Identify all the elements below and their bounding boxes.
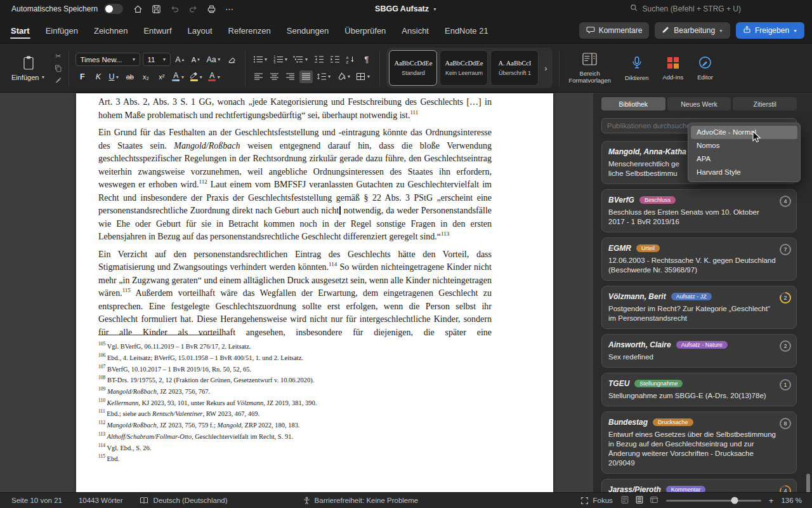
multilevel-list-button[interactable]: ▼	[292, 53, 310, 66]
ribbon-tab-sendungen[interactable]: Sendungen	[286, 20, 330, 42]
more-icon[interactable]: ⋯	[225, 4, 233, 14]
clear-formatting-button[interactable]	[225, 53, 239, 66]
style-standard[interactable]: AaBbCcDdEeStandard	[389, 50, 437, 86]
line-spacing-button[interactable]: ▼	[315, 70, 333, 83]
shading-button[interactable]: ▼	[336, 70, 353, 83]
page-indicator[interactable]: Seite 10 von 21	[11, 497, 62, 504]
ribbon-tab-zeichnen[interactable]: Zeichnen	[93, 20, 128, 42]
document-paragraph[interactable]: Ein Grund für das Festhalten an der Gesc…	[98, 126, 492, 244]
font-size-select[interactable]: 11▼	[143, 53, 171, 66]
reference-card[interactable]: TGEUStellungnahme1Stellungnahme zum SBGG…	[601, 373, 797, 406]
accessibility-status[interactable]: Barrierefreiheit: Keine Probleme	[315, 497, 419, 504]
document-title[interactable]: SBGG Aufsatz	[375, 4, 429, 13]
reference-card[interactable]: EGMRUrteil712.06.2003 - Rechtssache V. K…	[601, 237, 797, 281]
document-paragraph[interactable]: Art. 3 Abs. 2, Abs. 3 S. 1 GG, wonach „j…	[98, 96, 492, 122]
citation-style-option-nomos[interactable]: Nomos	[691, 139, 797, 152]
focus-button[interactable]: Fokus	[580, 497, 612, 505]
sort-button[interactable]: AZ	[344, 53, 357, 66]
share-button[interactable]: Freigeben ▼	[736, 22, 804, 39]
editing-mode-button[interactable]: Bearbeitung ▼	[655, 22, 730, 39]
ribbon-tab-einfügen[interactable]: Einfügen	[45, 20, 79, 42]
endnote-tab-neues-werk[interactable]: Neues Werk	[667, 97, 731, 110]
footnote[interactable]: 109 Mangold/Roßbach, JZ 2023, 756, 767.	[98, 385, 492, 396]
ribbon-tab-ansicht[interactable]: Ansicht	[401, 20, 429, 42]
ribbon-tab-überprüfen[interactable]: Überprüfen	[344, 20, 386, 42]
reference-card[interactable]: Ainsworth, ClaireAufsatz - Nature2Sex re…	[601, 334, 797, 368]
comments-button[interactable]: Kommentare	[579, 22, 650, 39]
italic-button[interactable]: K	[91, 70, 105, 83]
footnote-area[interactable]: 105 Vgl. BVerfG, 06.11.2019 – 1 BvR 276/…	[98, 335, 492, 464]
footnote[interactable]: 113 Althoff/Schabram/Follmar-Otto, Gesch…	[98, 430, 492, 441]
citation-style-option-advocite-normal[interactable]: AdvoCite - Normal	[691, 126, 797, 139]
document-paragraph[interactable]: Ein Verzicht auf den personenstandsrecht…	[98, 248, 492, 340]
language-indicator[interactable]: Deutsch (Deutschland)	[154, 497, 228, 504]
grow-font-button[interactable]: A▲	[173, 53, 187, 66]
search-field[interactable]: Suchen (Befehl + STRG + U)	[630, 4, 741, 14]
save-icon[interactable]	[152, 4, 161, 14]
print-layout-view-icon[interactable]	[635, 495, 644, 505]
word-count[interactable]: 10443 Wörter	[79, 497, 123, 504]
superscript-button[interactable]: x²	[155, 70, 168, 83]
footnote[interactable]: 115 Ebd.	[98, 452, 492, 464]
underline-button[interactable]: U▼	[107, 70, 121, 83]
decrease-indent-button[interactable]	[312, 53, 325, 66]
cut-icon[interactable]: ✂	[55, 51, 61, 60]
reference-card[interactable]: BundestagDrucksache8Entwurf eines Gesetz…	[601, 411, 797, 474]
borders-button[interactable]: ▼	[355, 70, 372, 83]
font-color-button[interactable]: A▼	[207, 70, 222, 83]
reference-card[interactable]: Völzmann, BeritAufsatz - JZ2Postgender i…	[601, 286, 797, 329]
footnote[interactable]: 110 Kellermann, KJ 2023, 93, 101, unter …	[98, 396, 492, 408]
ribbon-tab-referenzen[interactable]: Referenzen	[228, 20, 272, 42]
highlight-color-button[interactable]: ▼	[188, 70, 204, 83]
zoom-slider[interactable]	[666, 500, 761, 502]
zoom-level[interactable]: 136 %	[781, 497, 802, 504]
proofing-icon[interactable]	[140, 497, 148, 504]
redo-icon[interactable]	[188, 4, 198, 14]
ribbon-tab-layout[interactable]: Layout	[187, 20, 213, 42]
align-left-button[interactable]	[252, 70, 265, 83]
shrink-font-button[interactable]: A▼	[189, 53, 202, 66]
citation-style-option-apa[interactable]: APA	[691, 152, 797, 166]
strikethrough-button[interactable]: ab	[123, 70, 136, 83]
style-kein-leerraum[interactable]: AaBbCcDdEeKein Leerraum	[440, 50, 488, 86]
zoom-slider-thumb[interactable]	[731, 497, 738, 504]
endnote-tab-bibliothek[interactable]: Bibliothek	[601, 97, 665, 110]
increase-indent-button[interactable]	[328, 53, 341, 66]
footnote[interactable]: 106 Ebd., 4. Leitsatz; BVerfG, 15.01.195…	[98, 351, 492, 363]
addins-button[interactable]: Add-Ins	[655, 44, 690, 92]
font-name-select[interactable]: Times New...▼	[75, 53, 140, 66]
endnote-tab-zitierstil[interactable]: Zitierstil	[733, 97, 797, 110]
copy-icon[interactable]	[54, 64, 62, 72]
draft-view-icon[interactable]	[620, 495, 629, 505]
footnote[interactable]: 107 BVerfG, 10.10.2017 – 1 BvR 2019/16, …	[98, 363, 492, 374]
reference-card[interactable]: BVerfGBeschluss4Beschluss des Ersten Sen…	[601, 189, 797, 232]
format-painter-icon[interactable]	[54, 76, 62, 84]
justify-button[interactable]	[299, 70, 313, 83]
ribbon-tab-start[interactable]: Start	[10, 20, 30, 42]
footnote[interactable]: 112 Mangold/Roßbach, JZ 2023, 756, 759 f…	[98, 418, 492, 430]
print-icon[interactable]	[207, 4, 216, 14]
style-überschrift-1[interactable]: A. AaBbCcIÜberschrift 1	[490, 50, 539, 86]
pilcrow-button[interactable]: ¶	[360, 53, 373, 66]
align-center-button[interactable]	[268, 70, 281, 83]
undo-icon[interactable]	[170, 4, 180, 14]
text-effects-button[interactable]: A▼	[171, 70, 186, 83]
document-page[interactable]: Art. 3 Abs. 2, Abs. 3 S. 1 GG, wonach „j…	[76, 93, 553, 492]
document-body[interactable]: Art. 3 Abs. 2, Abs. 3 S. 1 GG, wonach „j…	[98, 96, 492, 344]
ribbon-tab-endnote-21[interactable]: EndNote 21	[444, 20, 489, 42]
styles-more-button[interactable]: ›	[541, 64, 550, 73]
footnote[interactable]: 114 Vgl. Ebd., S. 26.	[98, 441, 492, 453]
web-layout-view-icon[interactable]	[650, 495, 658, 505]
ribbon-tab-entwurf[interactable]: Entwurf	[143, 20, 172, 42]
footnote[interactable]: 105 Vgl. BVerfG, 06.11.2019 – 1 BvR 276/…	[98, 340, 492, 351]
footnote[interactable]: 111 Ebd.; siehe auch Rentsch/Valentiner,…	[98, 407, 492, 418]
subscript-button[interactable]: x₂	[139, 70, 152, 83]
align-right-button[interactable]	[284, 70, 297, 83]
styles-pane-button[interactable]: BereichFormatvorlagen	[561, 44, 618, 92]
dictate-button[interactable]: Diktieren	[618, 44, 656, 92]
bold-button[interactable]: F	[75, 70, 89, 83]
autosave-toggle[interactable]	[104, 4, 123, 14]
editor-button[interactable]: Editor	[690, 44, 720, 92]
zoom-in-button[interactable]: +	[769, 496, 774, 505]
citation-style-option-harvard-style[interactable]: Harvard Style	[691, 166, 797, 179]
